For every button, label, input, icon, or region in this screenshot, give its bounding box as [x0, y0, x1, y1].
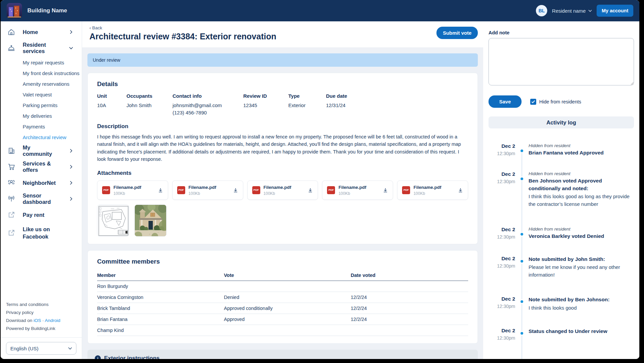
blueprint-image [97, 205, 129, 237]
avatar[interactable]: BL [536, 5, 547, 16]
resident-name-menu[interactable]: Resident name [552, 8, 592, 14]
back-link[interactable]: ‹ Back [89, 25, 478, 30]
sidebar-item-my-community[interactable]: My community [1, 143, 82, 159]
attachment-thumbnail-house-photo[interactable] [134, 205, 167, 237]
sidebar-item-resident-services[interactable]: Resident services [1, 40, 82, 56]
pdf-icon: PDF [402, 186, 410, 194]
attachment-card[interactable]: PDF Filename.pdf100Kb [172, 180, 243, 200]
sidebar-item-label: Pay rent [23, 212, 75, 218]
log-date: Dec 2 [489, 256, 515, 262]
attachment-card[interactable]: PDF Filename.pdf100Kb [97, 180, 168, 200]
date-cell: 12/2/24 [351, 317, 468, 322]
chevron-down-icon [588, 10, 592, 12]
log-time: 12:30pm [489, 151, 515, 156]
log-title: Status changed to Under review [529, 328, 634, 335]
sidebar-subitem-amenity[interactable]: Amenity reservations [23, 79, 82, 89]
privacy-link[interactable]: Privacy policy [6, 309, 76, 317]
detail-label: Due date [326, 93, 468, 102]
log-title: Ben Johnson voted Approved conditionally… [529, 177, 634, 192]
timeline-dot [520, 259, 524, 264]
page-header: ‹ Back Architectural review #3384: Exter… [82, 21, 483, 47]
dot-separator: · [41, 318, 45, 323]
checkbox-checked-icon[interactable] [530, 99, 536, 105]
ios-link[interactable]: iOS [34, 318, 41, 323]
notes-activity-panel: Add note Save Hide from residents Activi… [483, 21, 639, 359]
home-icon [7, 28, 15, 36]
hide-from-residents-label: Hide from residents [539, 99, 581, 104]
download-icon[interactable] [383, 188, 388, 193]
log-time: 12:30pm [489, 234, 515, 240]
activity-log-timeline: Dec 2 12:30pm Hidden from resident Brian… [489, 143, 634, 341]
sidebar-subitem-parking[interactable]: Parking permits [23, 100, 82, 111]
download-icon[interactable] [308, 188, 313, 193]
log-note: Please let me know if you need any other… [529, 264, 634, 279]
log-entry: Dec 2 12:30pm Hidden from resident Ben J… [489, 171, 634, 208]
log-note: I think this looks good [529, 304, 634, 312]
attachment-card[interactable]: PDF Filename.pdf100Kb [322, 180, 393, 200]
log-time: 12:30pm [489, 304, 515, 309]
log-title: Note submitted by Ben Johnson: [529, 296, 634, 303]
log-time: 12:30pm [489, 263, 515, 269]
vote-cell: Denied [224, 295, 351, 300]
log-date: Dec 2 [489, 296, 515, 302]
detail-value-type: Exterior [288, 102, 326, 116]
sidebar-item-label: Services & offers [23, 160, 60, 173]
android-link[interactable]: Android [45, 318, 60, 323]
status-banner: Under review [87, 53, 478, 67]
sidebar-item-pay-rent[interactable]: Pay rent [1, 207, 82, 223]
hide-from-residents-checkbox[interactable]: Hide from residents [530, 99, 581, 105]
attachment-size: 100Kb [264, 191, 275, 196]
pdf-icon: PDF [177, 186, 185, 194]
sidebar-subitem-payments[interactable]: Payments [23, 121, 82, 132]
sidebar-subitem-repair-requests[interactable]: My repair requests [23, 57, 82, 68]
attachment-thumbnail-blueprint[interactable] [97, 205, 129, 237]
back-label: Back [92, 25, 102, 30]
detail-label: Type [288, 93, 326, 102]
sidebar-item-neighbornet[interactable]: NeighborNet [1, 175, 82, 191]
terms-link[interactable]: Terms and conditions [6, 301, 76, 309]
detail-label: Unit [97, 93, 126, 102]
download-icon[interactable] [233, 188, 238, 193]
my-account-button[interactable]: My account [597, 5, 633, 17]
committee-title: Committee members [97, 258, 468, 265]
buildings-icon [7, 147, 15, 155]
sidebar-item-label: Sensor dashboard [23, 193, 60, 205]
member-cell: Champ Kind [97, 328, 224, 333]
sidebar-item-label: My community [23, 144, 60, 157]
resident-name-label: Resident name [552, 8, 586, 14]
service-bell-icon [7, 44, 15, 52]
table-row: Champ Kind [97, 325, 468, 336]
log-hidden-flag: Hidden from resident [529, 171, 634, 176]
sidebar-subitem-deliveries[interactable]: My deliveries [23, 111, 82, 121]
sidebar-subitem-architectural-review[interactable]: Architectural review [23, 132, 82, 143]
detail-label: Occupants [126, 93, 173, 102]
download-icon[interactable] [158, 188, 163, 193]
submit-vote-button[interactable]: Submit vote [436, 27, 478, 39]
chevron-right-icon [67, 149, 75, 153]
log-time: 12:30pm [489, 335, 515, 341]
member-cell: Ron Burgundy [97, 284, 224, 289]
download-icon[interactable] [458, 188, 463, 193]
table-row: Brian Fantana Approved 12/2/24 [97, 314, 468, 325]
attachment-name: Filename.pdf [264, 185, 291, 190]
column-header-vote: Vote [224, 273, 351, 278]
sidebar-item-facebook[interactable]: Like us on Facebook [1, 223, 82, 243]
sidebar-item-home[interactable]: Home [1, 24, 82, 40]
log-hidden-flag: Hidden from resident [529, 227, 634, 232]
sidebar-item-sensor-dashboard[interactable]: Sensor dashboard [1, 191, 82, 207]
attachment-card[interactable]: PDF Filename.pdf100Kb [397, 180, 468, 200]
table-row: Veronica Corningston Denied 12/2/24 [97, 292, 468, 303]
log-entry: Dec 2 12:30pm Note submitted by John Smi… [489, 256, 634, 279]
note-textarea[interactable] [489, 38, 634, 85]
chevron-right-icon [67, 181, 75, 185]
language-select[interactable]: English (US) [6, 342, 76, 355]
attachment-card[interactable]: PDF Filename.pdf100Kb [247, 180, 318, 200]
sidebar-subitem-valet[interactable]: Valet request [23, 89, 82, 100]
sidebar-item-services-offers[interactable]: Services & offers [1, 159, 82, 175]
sidebar-subitem-front-desk[interactable]: My front desk instructions [23, 68, 82, 79]
chevron-left-icon: ‹ [89, 25, 91, 30]
save-button[interactable]: Save [489, 95, 522, 108]
building-logo[interactable] [7, 3, 22, 18]
chevron-right-icon [67, 197, 75, 201]
log-date: Dec 2 [489, 227, 515, 233]
